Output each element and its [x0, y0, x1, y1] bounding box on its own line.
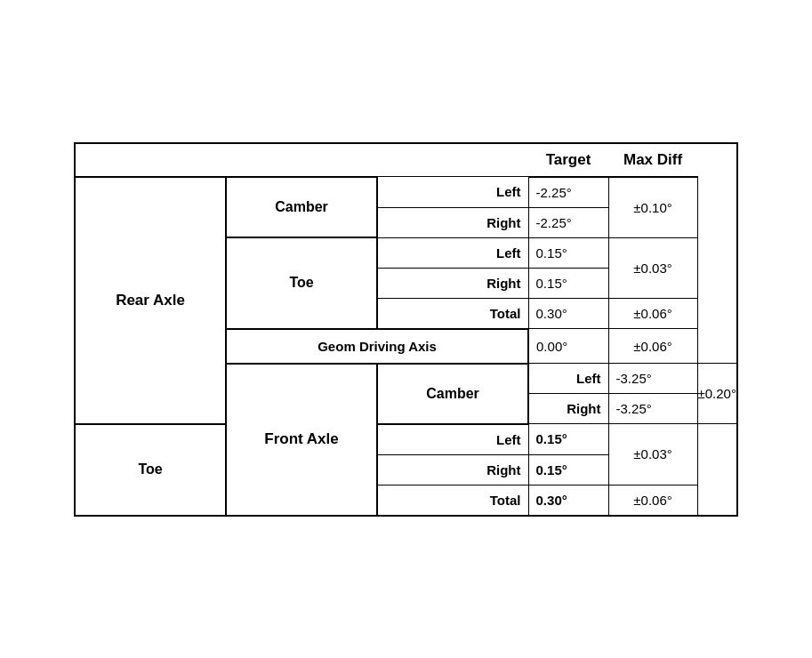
alignment-table: Target Max Diff Rear Axle Camber Left -2… [74, 142, 738, 517]
rear-camber-right-target: -2.25° [528, 207, 608, 237]
rear-geom-maxdiff: ±0.06° [608, 329, 697, 364]
rear-geom-label: Geom Driving Axis [226, 329, 528, 364]
front-toe-left-side: Left [377, 424, 528, 455]
rear-toe-total-target: 0.30° [528, 298, 608, 329]
front-toe-left-row: Toe Left 0.15° ±0.03° [75, 424, 737, 455]
front-toe-left-target: 0.15° [528, 424, 608, 455]
header-col1 [75, 143, 226, 177]
front-toe-total-side: Total [377, 485, 528, 516]
front-axle-cell: Front Axle [226, 364, 377, 516]
rear-camber-left-target: -2.25° [528, 177, 608, 208]
rear-toe-left-target: 0.15° [528, 237, 608, 268]
rear-toe-right-target: 0.15° [528, 268, 608, 298]
header-maxdiff: Max Diff [608, 143, 697, 177]
rear-axle-cell: Rear Axle [75, 177, 226, 424]
header-col2 [226, 143, 377, 177]
front-toe-total-target: 0.30° [528, 485, 608, 516]
front-camber-right-side: Right [528, 394, 608, 424]
front-toe-right-target: 0.15° [528, 454, 608, 485]
rear-toe-left-side: Left [377, 237, 528, 268]
rear-toe-right-side: Right [377, 268, 528, 298]
front-camber-left-side: Left [528, 364, 608, 394]
rear-camber-right-side: Right [377, 207, 528, 237]
front-toe-total-maxdiff: ±0.06° [608, 485, 697, 516]
front-camber-left-target: -3.25° [608, 364, 697, 394]
alignment-table-wrapper: Target Max Diff Rear Axle Camber Left -2… [56, 124, 756, 534]
front-camber-cell: Camber [377, 364, 528, 424]
front-toe-right-side: Right [377, 454, 528, 485]
header-col3 [377, 143, 528, 177]
front-toe-cell: Toe [75, 424, 226, 516]
rear-camber-left-side: Left [377, 177, 528, 208]
rear-camber-left-row: Rear Axle Camber Left -2.25° ±0.10° [75, 177, 737, 208]
rear-toe-total-side: Total [377, 298, 528, 329]
rear-toe-cell: Toe [226, 237, 377, 329]
rear-toe-maxdiff: ±0.03° [608, 237, 697, 298]
front-camber-maxdiff: ±0.20° [697, 364, 737, 424]
front-toe-maxdiff: ±0.03° [608, 424, 697, 485]
front-camber-right-target: -3.25° [608, 394, 697, 424]
rear-geom-target: 0.00° [528, 329, 608, 364]
rear-camber-cell: Camber [226, 177, 377, 238]
header-target: Target [528, 143, 608, 177]
rear-camber-maxdiff: ±0.10° [608, 177, 697, 238]
header-row: Target Max Diff [75, 143, 737, 177]
rear-toe-total-maxdiff: ±0.06° [608, 298, 697, 329]
